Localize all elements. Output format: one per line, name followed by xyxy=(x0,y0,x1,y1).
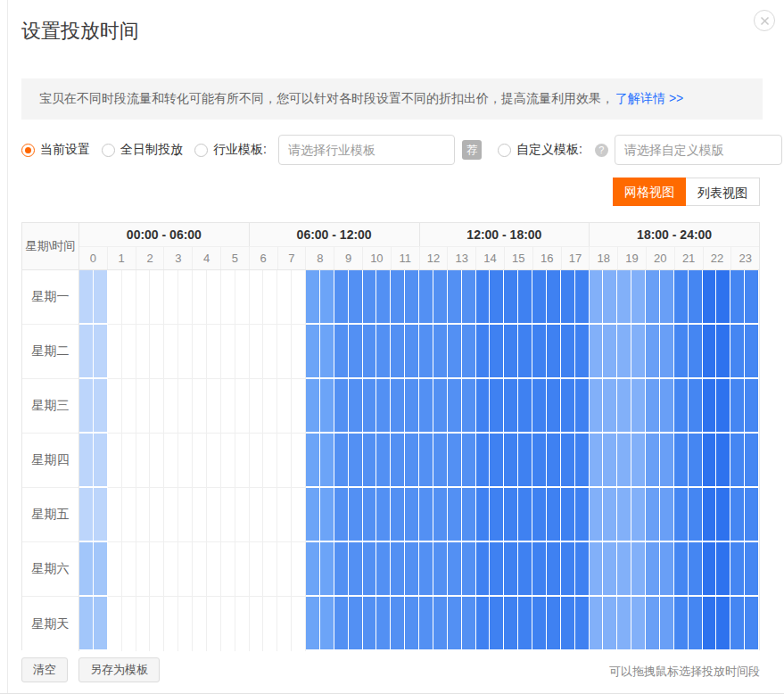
schedule-cell[interactable] xyxy=(349,434,363,488)
schedule-cell[interactable] xyxy=(391,542,405,597)
schedule-cell[interactable] xyxy=(164,434,178,488)
schedule-cell[interactable] xyxy=(150,434,164,488)
schedule-cell[interactable] xyxy=(320,270,334,325)
schedule-cell[interactable] xyxy=(448,542,462,597)
schedule-cell[interactable] xyxy=(703,542,717,597)
schedule-cell[interactable] xyxy=(250,542,264,597)
schedule-cell[interactable] xyxy=(590,542,604,597)
schedule-cell[interactable] xyxy=(590,379,604,434)
schedule-cell[interactable] xyxy=(235,325,250,379)
schedule-cell[interactable] xyxy=(94,488,108,542)
learn-more-link[interactable]: 了解详情 >> xyxy=(615,91,683,107)
schedule-cell[interactable] xyxy=(306,270,320,325)
schedule-cell[interactable] xyxy=(730,325,745,379)
schedule-cell[interactable] xyxy=(689,325,703,379)
schedule-cell[interactable] xyxy=(221,434,235,488)
schedule-cell[interactable] xyxy=(391,270,405,325)
schedule-cell[interactable] xyxy=(575,597,590,651)
schedule-cell[interactable] xyxy=(689,270,703,325)
schedule-cell[interactable] xyxy=(221,597,235,651)
schedule-cell[interactable] xyxy=(263,488,277,542)
schedule-cell[interactable] xyxy=(703,488,717,542)
schedule-cell[interactable] xyxy=(306,379,320,434)
schedule-cell[interactable] xyxy=(518,542,532,597)
schedule-cell[interactable] xyxy=(193,488,207,542)
schedule-cell[interactable] xyxy=(376,597,391,651)
schedule-cell[interactable] xyxy=(164,270,178,325)
schedule-cell[interactable] xyxy=(263,542,277,597)
schedule-cell[interactable] xyxy=(306,488,320,542)
radio-icon[interactable] xyxy=(102,144,115,157)
schedule-cell[interactable] xyxy=(590,434,604,488)
schedule-cell[interactable] xyxy=(263,325,277,379)
industry-template-input[interactable] xyxy=(278,135,455,165)
schedule-cell[interactable] xyxy=(150,270,164,325)
schedule-cell[interactable] xyxy=(150,488,164,542)
schedule-cell[interactable] xyxy=(532,379,547,434)
schedule-cell[interactable] xyxy=(575,488,590,542)
schedule-cell[interactable] xyxy=(79,270,94,325)
schedule-cell[interactable] xyxy=(703,597,717,651)
schedule-cell[interactable] xyxy=(631,434,646,488)
schedule-cell[interactable] xyxy=(476,325,491,379)
radio-current-settings[interactable]: 当前设置 xyxy=(21,142,90,158)
schedule-cell[interactable] xyxy=(235,542,250,597)
schedule-cell[interactable] xyxy=(730,434,745,488)
schedule-cell[interactable] xyxy=(79,597,94,651)
schedule-cell[interactable] xyxy=(532,597,547,651)
schedule-cell[interactable] xyxy=(532,488,547,542)
schedule-cell[interactable] xyxy=(79,434,94,488)
schedule-cell[interactable] xyxy=(376,270,391,325)
schedule-cell[interactable] xyxy=(94,434,108,488)
radio-custom-template[interactable]: 自定义模板: xyxy=(498,142,582,158)
schedule-cell[interactable] xyxy=(419,325,433,379)
schedule-cell[interactable] xyxy=(94,325,108,379)
schedule-cell[interactable] xyxy=(136,542,151,597)
schedule-cell[interactable] xyxy=(108,488,122,542)
schedule-cell[interactable] xyxy=(575,379,590,434)
schedule-cell[interactable] xyxy=(277,488,292,542)
schedule-cell[interactable] xyxy=(235,270,250,325)
schedule-cell[interactable] xyxy=(79,542,94,597)
schedule-cell[interactable] xyxy=(150,325,164,379)
schedule-cell[interactable] xyxy=(561,270,575,325)
schedule-cell[interactable] xyxy=(391,488,405,542)
schedule-cell[interactable] xyxy=(277,434,292,488)
schedule-cell[interactable] xyxy=(490,597,504,651)
schedule-cell[interactable] xyxy=(79,379,94,434)
schedule-cell[interactable] xyxy=(263,270,277,325)
tab-list-view[interactable]: 列表视图 xyxy=(686,178,760,206)
schedule-cell[interactable] xyxy=(391,379,405,434)
schedule-cell[interactable] xyxy=(590,597,604,651)
schedule-cell[interactable] xyxy=(263,434,277,488)
schedule-cell[interactable] xyxy=(221,488,235,542)
schedule-cell[interactable] xyxy=(490,488,504,542)
schedule-cell[interactable] xyxy=(730,542,745,597)
schedule-cell[interactable] xyxy=(490,325,504,379)
schedule-cell[interactable] xyxy=(433,542,448,597)
schedule-cell[interactable] xyxy=(277,270,292,325)
schedule-cell[interactable] xyxy=(122,597,136,651)
schedule-cell[interactable] xyxy=(320,325,334,379)
schedule-cell[interactable] xyxy=(334,325,349,379)
schedule-cell[interactable] xyxy=(405,597,419,651)
schedule-cell[interactable] xyxy=(207,542,221,597)
schedule-cell[interactable] xyxy=(490,434,504,488)
schedule-cell[interactable] xyxy=(603,597,617,651)
schedule-cell[interactable] xyxy=(504,325,518,379)
schedule-cell[interactable] xyxy=(476,488,491,542)
schedule-cell[interactable] xyxy=(419,488,433,542)
schedule-cell[interactable] xyxy=(631,488,646,542)
schedule-cell[interactable] xyxy=(703,270,717,325)
schedule-cell[interactable] xyxy=(94,379,108,434)
schedule-cell[interactable] xyxy=(716,379,730,434)
schedule-cell[interactable] xyxy=(674,434,689,488)
schedule-cell[interactable] xyxy=(235,434,250,488)
schedule-cell[interactable] xyxy=(94,270,108,325)
schedule-cell[interactable] xyxy=(603,325,617,379)
schedule-cell[interactable] xyxy=(122,488,136,542)
schedule-cell[interactable] xyxy=(462,542,476,597)
schedule-cell[interactable] xyxy=(207,325,221,379)
schedule-cell[interactable] xyxy=(433,488,448,542)
schedule-cell[interactable] xyxy=(349,379,363,434)
